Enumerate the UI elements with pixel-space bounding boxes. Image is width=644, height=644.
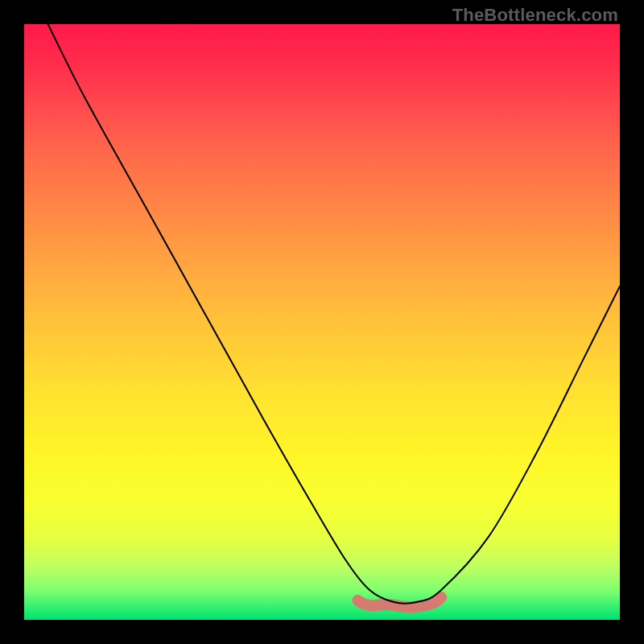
chart-frame: TheBottleneck.com <box>0 0 644 644</box>
attribution-text: TheBottleneck.com <box>452 5 618 26</box>
chart-svg <box>24 24 620 620</box>
bottleneck-curve <box>48 24 620 604</box>
plot-gradient-background <box>24 24 620 620</box>
